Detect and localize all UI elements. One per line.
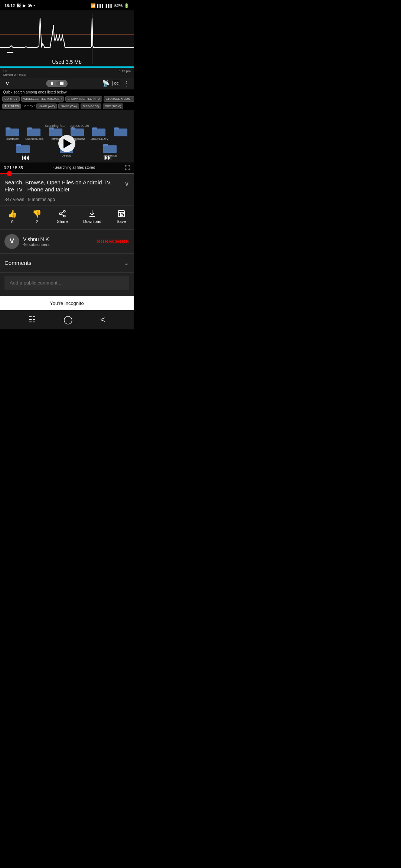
scanning-text: Scanning fo... ogress 00:25 [45,124,89,128]
svg-rect-4 [6,127,10,129]
comments-title: Comments [4,260,32,266]
svg-line-24 [61,214,64,216]
comments-section: Comments ⌄ [0,254,134,273]
save-icon [117,210,125,218]
dot-icon: • [33,3,35,8]
svg-point-30 [121,214,123,216]
subscribe-button[interactable]: SUBSCRIBE [97,239,129,244]
svg-rect-8 [49,127,54,129]
dislike-button[interactable]: 👎 2 [32,209,42,224]
center-controls: ⏸ [46,80,68,87]
video-thumbnail[interactable]: Scanning fo... ogress 00:25 .chartboost … [0,110,134,173]
pause-icon: ⏸ [50,81,54,86]
folder-colombiamedia[interactable]: ColombiaMedia [25,126,44,140]
status-right: 📶 ▌▌▌ ▌▌▌ 52% 🔋 [91,3,129,8]
svg-rect-10 [71,127,75,129]
channel-row: V Vishnu N K 46 subscribers SUBSCRIBE [0,230,134,254]
size-0-100-btn[interactable]: SIZE(0-100) [81,103,101,109]
pause-toggle[interactable]: ⏸ [46,80,68,87]
svg-rect-14 [114,127,119,129]
searching-text: · Searching all files stored [23,165,125,170]
system-nav-bar[interactable]: ☷ ◯ < [0,310,134,329]
svg-line-31 [123,213,124,214]
download-button[interactable]: Download [83,210,101,224]
size-100-0-btn[interactable]: SIZE(100-0) [103,103,124,109]
current-time: 0:21 / 5:35 [4,165,23,170]
name-za-btn[interactable]: NAME (Z-A) [58,103,79,109]
filter-row-2: ALL FILES Sort by : NAME (A-Z) NAME (Z-A… [0,103,134,110]
svg-rect-19 [103,145,117,153]
like-button[interactable]: 👍 0 [8,209,17,224]
share-icon [58,210,66,218]
player-controls-bar[interactable]: ∨ ⏸ 📡 CC ⋮ [0,78,134,89]
share-button[interactable]: Share [57,210,68,224]
sort-by-btn[interactable]: SORT BY [2,96,20,102]
signal1-icon: ▌▌▌ [97,4,104,7]
svg-rect-5 [27,128,40,136]
thumbs-up-icon: 👍 [8,209,17,218]
toggle-track [56,81,64,86]
nav-recents-icon[interactable]: ☷ [29,315,36,325]
show-hide-btn[interactable]: SHOW/HIDE FILE INFO [65,96,102,102]
folder-icon [103,142,117,154]
play-button-overlay[interactable] [58,135,75,152]
wireless-fm-btn[interactable]: WIRELESS FILE MANAGER [21,96,64,102]
svg-rect-13 [114,128,127,136]
save-label: Save [117,219,126,224]
svg-rect-16 [16,144,21,146]
play-icon: ▶ [23,3,26,8]
cc-button[interactable]: CC [113,81,120,86]
bag-icon: 🛍 [27,3,32,8]
svg-rect-9 [71,128,84,136]
filter-row-1: SORT BY WIRELESS FILE MANAGER SHOW/HIDE … [0,95,134,103]
all-files-btn[interactable]: ALL FILES [2,103,21,109]
status-bar: 18:12 🖼 ▶ 🛍 • 📶 ▌▌▌ ▌▌▌ 52% 🔋 [0,0,134,10]
channel-initial: V [10,237,14,245]
download-label: Download [83,219,101,224]
progress-thumb[interactable] [7,171,12,176]
svg-line-25 [61,212,64,213]
folder-icon [92,126,106,137]
player-top-info: 1 0Current Dir: 0(52) 6:12 pm [0,68,134,78]
svg-rect-6 [27,127,32,129]
view-count: 347 views [4,197,24,202]
video-progress-bar[interactable] [0,173,134,174]
folder-2-1[interactable] [111,126,131,140]
time-display: 18:12 [4,3,15,8]
prev-button[interactable]: ⏮ [22,153,30,162]
cyan-progress-bar [0,66,134,68]
svg-rect-3 [6,128,19,136]
chevron-down-icon[interactable]: ∨ [4,80,11,87]
folder-icon [16,142,30,154]
wifi-icon: 📶 [91,3,96,8]
comment-input[interactable] [4,276,129,290]
storage-mount-btn[interactable]: STORAGE MOUNT POINTS INFO [104,96,134,102]
svg-rect-15 [16,145,30,153]
nav-back-icon[interactable]: < [100,315,105,325]
status-left: 18:12 🖼 ▶ 🛍 • [4,3,35,8]
save-button[interactable]: Save [117,210,126,224]
folder-jiocinematv[interactable]: .JIOCINEMATV [89,126,109,140]
comment-input-area [0,273,134,296]
video-info-expand-icon[interactable]: ∨ [124,180,129,188]
incognito-bar: You're incognito [0,296,134,310]
channel-info: Vishnu N K 46 subscribers [23,236,97,247]
svg-rect-2 [7,52,13,53]
name-az-btn[interactable]: NAME (A-Z) [36,103,57,109]
next-button[interactable]: ⏭ [104,153,112,162]
channel-avatar: V [4,234,19,249]
cast-icon[interactable]: 📡 [102,80,110,87]
nav-home-icon[interactable]: ◯ [63,315,73,325]
folder-chartboost[interactable]: .chartboost [3,126,22,140]
share-label: Share [57,219,68,224]
channel-subscribers: 46 subscribers [23,242,97,247]
player-dir-info: 1 0Current Dir: 0(52) [3,69,26,77]
right-controls: 📡 CC ⋮ [102,79,130,88]
signal2-icon: ▌▌▌ [106,4,113,7]
comments-expand-icon[interactable]: ⌄ [124,259,129,267]
folder-icon [114,126,128,137]
expand-icon[interactable]: ⛶ [125,165,130,171]
svg-rect-20 [103,144,108,146]
thumbs-down-icon: 👎 [32,209,42,218]
more-options-icon[interactable]: ⋮ [123,79,130,88]
